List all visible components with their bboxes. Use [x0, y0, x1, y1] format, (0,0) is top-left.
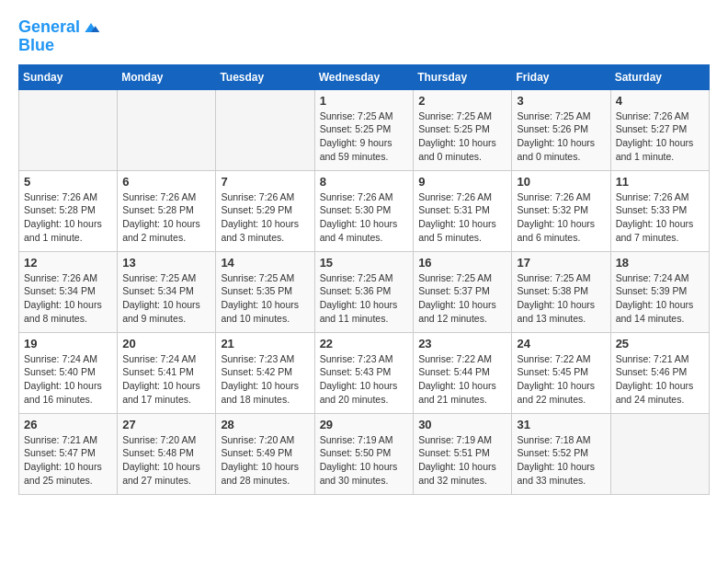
logo: General Blue — [18, 18, 100, 55]
calendar-week-row: 1Sunrise: 7:25 AMSunset: 5:25 PMDaylight… — [19, 89, 710, 170]
day-number: 23 — [418, 337, 506, 350]
calendar-cell — [19, 89, 118, 170]
day-number: 7 — [221, 175, 309, 189]
calendar-cell: 19Sunrise: 7:24 AMSunset: 5:40 PMDayligh… — [19, 332, 118, 413]
page-header: General Blue — [18, 18, 710, 55]
calendar-cell: 28Sunrise: 7:20 AMSunset: 5:49 PMDayligh… — [216, 413, 314, 494]
calendar-cell: 11Sunrise: 7:26 AMSunset: 5:33 PMDayligh… — [610, 170, 709, 251]
day-number: 16 — [418, 256, 506, 270]
day-info: Sunrise: 7:25 AMSunset: 5:35 PMDaylight:… — [221, 271, 309, 326]
calendar-cell: 16Sunrise: 7:25 AMSunset: 5:37 PMDayligh… — [414, 251, 512, 332]
day-number: 22 — [320, 337, 409, 350]
calendar-cell: 18Sunrise: 7:24 AMSunset: 5:39 PMDayligh… — [610, 251, 709, 332]
calendar-cell: 13Sunrise: 7:25 AMSunset: 5:34 PMDayligh… — [118, 251, 216, 332]
day-number: 19 — [24, 337, 112, 350]
calendar-cell: 17Sunrise: 7:25 AMSunset: 5:38 PMDayligh… — [512, 251, 610, 332]
weekday-header-friday: Friday — [512, 64, 610, 89]
day-number: 2 — [418, 94, 506, 108]
day-number: 25 — [616, 337, 704, 350]
day-number: 1 — [320, 94, 409, 108]
day-info: Sunrise: 7:24 AMSunset: 5:39 PMDaylight:… — [616, 271, 704, 326]
day-info: Sunrise: 7:26 AMSunset: 5:31 PMDaylight:… — [418, 190, 506, 245]
day-info: Sunrise: 7:21 AMSunset: 5:47 PMDaylight:… — [24, 433, 112, 488]
day-info: Sunrise: 7:24 AMSunset: 5:41 PMDaylight:… — [122, 352, 210, 407]
weekday-header-saturday: Saturday — [610, 64, 709, 89]
calendar-cell: 8Sunrise: 7:26 AMSunset: 5:30 PMDaylight… — [314, 170, 414, 251]
calendar-cell: 5Sunrise: 7:26 AMSunset: 5:28 PMDaylight… — [19, 170, 118, 251]
logo-text-line1: General — [18, 18, 80, 37]
day-number: 6 — [122, 175, 210, 189]
day-info: Sunrise: 7:22 AMSunset: 5:44 PMDaylight:… — [418, 352, 506, 407]
day-number: 31 — [517, 418, 605, 431]
day-number: 29 — [320, 418, 409, 431]
day-number: 20 — [122, 337, 210, 350]
day-info: Sunrise: 7:26 AMSunset: 5:33 PMDaylight:… — [616, 190, 704, 245]
calendar-cell: 31Sunrise: 7:18 AMSunset: 5:52 PMDayligh… — [512, 413, 610, 494]
day-info: Sunrise: 7:23 AMSunset: 5:42 PMDaylight:… — [221, 352, 309, 407]
day-info: Sunrise: 7:26 AMSunset: 5:29 PMDaylight:… — [221, 190, 309, 245]
day-number: 5 — [24, 175, 112, 189]
weekday-header-tuesday: Tuesday — [216, 64, 314, 89]
calendar-cell: 29Sunrise: 7:19 AMSunset: 5:50 PMDayligh… — [314, 413, 414, 494]
calendar-cell: 2Sunrise: 7:25 AMSunset: 5:25 PMDaylight… — [414, 89, 512, 170]
day-number: 3 — [517, 94, 605, 108]
day-number: 15 — [320, 256, 409, 270]
calendar-cell: 4Sunrise: 7:26 AMSunset: 5:27 PMDaylight… — [610, 89, 709, 170]
calendar-cell — [610, 413, 709, 494]
day-info: Sunrise: 7:22 AMSunset: 5:45 PMDaylight:… — [517, 352, 605, 407]
day-number: 12 — [24, 256, 112, 270]
day-info: Sunrise: 7:25 AMSunset: 5:37 PMDaylight:… — [418, 271, 506, 326]
calendar-cell: 26Sunrise: 7:21 AMSunset: 5:47 PMDayligh… — [19, 413, 118, 494]
calendar-header-row: SundayMondayTuesdayWednesdayThursdayFrid… — [19, 64, 710, 89]
day-info: Sunrise: 7:19 AMSunset: 5:50 PMDaylight:… — [320, 433, 409, 488]
calendar-cell: 3Sunrise: 7:25 AMSunset: 5:26 PMDaylight… — [512, 89, 610, 170]
day-info: Sunrise: 7:25 AMSunset: 5:25 PMDaylight:… — [418, 109, 506, 164]
day-info: Sunrise: 7:19 AMSunset: 5:51 PMDaylight:… — [418, 433, 506, 488]
calendar-cell: 14Sunrise: 7:25 AMSunset: 5:35 PMDayligh… — [216, 251, 314, 332]
day-number: 8 — [320, 175, 409, 189]
day-info: Sunrise: 7:20 AMSunset: 5:49 PMDaylight:… — [221, 433, 309, 488]
weekday-header-wednesday: Wednesday — [314, 64, 414, 89]
day-number: 13 — [122, 256, 210, 270]
day-info: Sunrise: 7:26 AMSunset: 5:28 PMDaylight:… — [122, 190, 210, 245]
day-info: Sunrise: 7:26 AMSunset: 5:34 PMDaylight:… — [24, 271, 112, 326]
day-info: Sunrise: 7:25 AMSunset: 5:36 PMDaylight:… — [320, 271, 409, 326]
day-info: Sunrise: 7:25 AMSunset: 5:34 PMDaylight:… — [122, 271, 210, 326]
calendar-cell: 1Sunrise: 7:25 AMSunset: 5:25 PMDaylight… — [314, 89, 414, 170]
day-number: 4 — [616, 94, 704, 108]
day-number: 28 — [221, 418, 309, 431]
calendar-cell: 6Sunrise: 7:26 AMSunset: 5:28 PMDaylight… — [118, 170, 216, 251]
day-info: Sunrise: 7:26 AMSunset: 5:27 PMDaylight:… — [616, 109, 704, 164]
logo-text-line2: Blue — [18, 37, 100, 55]
day-info: Sunrise: 7:23 AMSunset: 5:43 PMDaylight:… — [320, 352, 409, 407]
calendar-cell: 25Sunrise: 7:21 AMSunset: 5:46 PMDayligh… — [610, 332, 709, 413]
calendar-cell: 12Sunrise: 7:26 AMSunset: 5:34 PMDayligh… — [19, 251, 118, 332]
calendar-week-row: 5Sunrise: 7:26 AMSunset: 5:28 PMDaylight… — [19, 170, 710, 251]
calendar-cell: 9Sunrise: 7:26 AMSunset: 5:31 PMDaylight… — [414, 170, 512, 251]
weekday-header-sunday: Sunday — [19, 64, 118, 89]
calendar-cell: 23Sunrise: 7:22 AMSunset: 5:44 PMDayligh… — [414, 332, 512, 413]
day-number: 10 — [517, 175, 605, 189]
weekday-header-thursday: Thursday — [414, 64, 512, 89]
day-number: 18 — [616, 256, 704, 270]
day-info: Sunrise: 7:25 AMSunset: 5:38 PMDaylight:… — [517, 271, 605, 326]
day-number: 26 — [24, 418, 112, 431]
calendar-cell: 15Sunrise: 7:25 AMSunset: 5:36 PMDayligh… — [314, 251, 414, 332]
day-number: 30 — [418, 418, 506, 431]
day-number: 17 — [517, 256, 605, 270]
day-number: 14 — [221, 256, 309, 270]
calendar-cell: 20Sunrise: 7:24 AMSunset: 5:41 PMDayligh… — [118, 332, 216, 413]
day-info: Sunrise: 7:26 AMSunset: 5:32 PMDaylight:… — [517, 190, 605, 245]
calendar-cell: 27Sunrise: 7:20 AMSunset: 5:48 PMDayligh… — [118, 413, 216, 494]
day-number: 21 — [221, 337, 309, 350]
day-info: Sunrise: 7:25 AMSunset: 5:26 PMDaylight:… — [517, 109, 605, 164]
logo-icon — [82, 18, 100, 37]
day-info: Sunrise: 7:26 AMSunset: 5:30 PMDaylight:… — [320, 190, 409, 245]
calendar-cell: 7Sunrise: 7:26 AMSunset: 5:29 PMDaylight… — [216, 170, 314, 251]
day-info: Sunrise: 7:25 AMSunset: 5:25 PMDaylight:… — [320, 109, 409, 164]
day-number: 11 — [616, 175, 704, 189]
calendar-cell: 30Sunrise: 7:19 AMSunset: 5:51 PMDayligh… — [414, 413, 512, 494]
day-number: 27 — [122, 418, 210, 431]
calendar-cell: 10Sunrise: 7:26 AMSunset: 5:32 PMDayligh… — [512, 170, 610, 251]
calendar-cell — [216, 89, 314, 170]
